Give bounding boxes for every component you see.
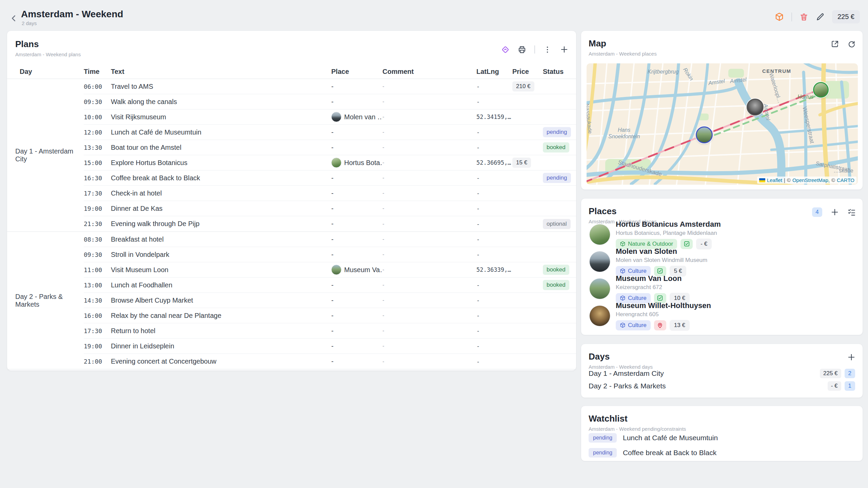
plan-latlng: - (476, 251, 509, 258)
osm-link[interactable]: OpenStreetMap, (792, 177, 830, 183)
map-fullscreen-button[interactable] (831, 40, 839, 48)
place-item[interactable]: Molen van Sloten Molen van Sloten Windmi… (581, 248, 863, 275)
place-item[interactable]: Hortus Botanicus Amsterdam Hortus Botani… (581, 221, 863, 248)
place-photo (589, 224, 610, 245)
plan-place: - (331, 251, 382, 259)
plan-row[interactable]: 16:30 Coffee break at Back to Black - - … (84, 170, 576, 186)
plan-price-cell: 210 € (509, 81, 543, 92)
trip-total-badge: 225 € (832, 10, 860, 23)
plan-row[interactable]: 13:00 Lunch at Foodhallen - - - booked (84, 278, 576, 293)
plan-row[interactable]: 17:30 Check-in at hotel - - - (84, 186, 576, 201)
plan-text: Relax by the canal near De Plantage (111, 312, 331, 320)
plan-row[interactable]: 09:30 Walk along the canals - - - (84, 94, 576, 109)
plan-row[interactable]: 14:30 Browse Albert Cuyp Market - - - (84, 293, 576, 308)
watchlist-row[interactable]: pending Coffee break at Back to Black (581, 445, 863, 460)
plan-comment: - (382, 144, 476, 150)
watchlist-row[interactable]: pending Lunch at Café de Museumtuin (581, 430, 863, 445)
plan-time: 12:00 (84, 129, 111, 136)
package-icon[interactable] (775, 12, 784, 21)
plan-place: - (331, 128, 382, 136)
plan-place: - (331, 312, 382, 320)
plan-time: 16:00 (84, 312, 111, 319)
plan-row[interactable]: 16:00 Relax by the canal near De Plantag… (84, 308, 576, 323)
day-row[interactable]: Day 1 - Amsterdam City 225 € 2 (581, 367, 863, 380)
day-label: Day 1 - Amsterdam City (589, 369, 664, 378)
map-canvas[interactable]: KrijtbergbrugRokinAmstelAmstelCENTRUMWat… (587, 63, 858, 185)
add-day-button[interactable] (847, 353, 856, 362)
place-item[interactable]: Museum Van Loon Keizersgracht 672 Cultur… (581, 275, 863, 302)
plan-row[interactable]: 12:00 Lunch at Café de Museumtuin - - - … (84, 125, 576, 140)
plan-row[interactable]: 19:00 Dinner at De Kas - - - (84, 201, 576, 216)
plan-row[interactable]: 21:30 Evening walk through De Pijp - - -… (84, 216, 576, 231)
plan-time: 19:00 (84, 205, 111, 212)
copyright-symbol: © (831, 177, 835, 183)
more-menu-button[interactable] (543, 45, 552, 54)
plan-row[interactable]: 17:30 Return to hotel - - - (84, 323, 576, 339)
plan-comment: - (382, 99, 476, 105)
route-optimize-button[interactable] (501, 45, 510, 54)
plan-status-cell: booked (543, 265, 576, 275)
plan-latlng: - (476, 83, 509, 90)
day-count-badge: 1 (845, 381, 855, 391)
plans-table-body: Day 1 - Amsterdam City 06:00 Travel to A… (7, 79, 576, 369)
plan-time: 13:30 (84, 144, 111, 151)
plan-comment: - (382, 282, 476, 288)
plan-latlng: - (476, 221, 509, 227)
add-place-button[interactable] (830, 208, 839, 217)
plans-panel: Plans Amsterdam - Weekend plans Day Time… (7, 30, 576, 371)
plan-time: 19:00 (84, 343, 111, 350)
place-photo (589, 305, 610, 326)
place-status-badge[interactable] (654, 320, 666, 330)
place-name: - (331, 83, 334, 90)
plan-row[interactable]: 09:30 Stroll in Vondelpark - - - (84, 247, 576, 262)
day-group-label: Day 1 - Amsterdam City (7, 79, 84, 231)
plan-row[interactable]: 19:00 Dinner in Leidseplein - - - (84, 339, 576, 354)
map-place-marker[interactable] (813, 82, 829, 98)
place-address: Keizersgracht 672 (616, 284, 690, 291)
print-button[interactable] (518, 45, 526, 54)
plan-comment: - (382, 175, 476, 181)
places-list: Hortus Botanicus Amsterdam Hortus Botani… (581, 221, 863, 329)
add-plan-button[interactable] (560, 45, 569, 54)
plan-comment: - (382, 83, 476, 89)
plan-time: 17:30 (84, 327, 111, 334)
col-day: Day (7, 68, 84, 76)
plan-time: 17:30 (84, 190, 111, 197)
plan-text: Visit Rijksmuseum (111, 113, 331, 121)
delete-trip-button[interactable] (800, 13, 808, 21)
check-square-icon (684, 241, 690, 247)
check-square-icon (657, 268, 663, 274)
app-header: Amsterdam - Weekend 2 days 225 € (0, 0, 868, 26)
plan-row[interactable]: 11:00 Visit Museum Loon Museum Va… - 52.… (84, 262, 576, 278)
plan-time: 16:30 (84, 175, 111, 182)
place-name: - (331, 358, 334, 365)
plan-status-cell: pending (543, 173, 576, 183)
day-row[interactable]: Day 2 - Parks & Markets - € 1 (581, 380, 863, 392)
plan-row[interactable]: 06:00 Travel to AMS - - - 210 € (84, 79, 576, 94)
plan-comment: - (382, 236, 476, 242)
plan-row[interactable]: 21:00 Evening concert at Concertgebouw -… (84, 354, 576, 369)
place-name: - (331, 251, 334, 259)
plans-table-header: Day Time Text Place Comment LatLng Price… (7, 65, 576, 79)
leaflet-link[interactable]: Leaflet (767, 177, 782, 183)
map-refresh-button[interactable] (847, 40, 856, 48)
places-list-view-button[interactable] (847, 208, 856, 217)
place-name: - (331, 220, 334, 228)
place-item[interactable]: Museum Willet-Holthuysen Herengracht 605… (581, 302, 863, 329)
edit-trip-button[interactable] (816, 13, 825, 21)
back-button[interactable] (8, 13, 19, 24)
attribution-separator: | (784, 177, 785, 183)
place-name: - (331, 236, 334, 243)
plan-row[interactable]: 15:00 Explore Hortus Botanicus Hortus Bo… (84, 155, 576, 170)
map-label: …skade (833, 168, 853, 174)
map-place-marker[interactable] (696, 126, 713, 143)
plan-latlng: - (476, 358, 509, 365)
place-thumbnail (331, 265, 341, 275)
map-place-marker[interactable] (747, 99, 764, 116)
carto-link[interactable]: CARTO (837, 177, 854, 183)
plan-row[interactable]: 08:30 Breakfast at hotel - - - (84, 232, 576, 247)
plan-row[interactable]: 10:00 Visit Rijksmuseum Molen van … - 52… (84, 109, 576, 125)
plan-row[interactable]: 13:30 Boat tour on the Amstel - - - book… (84, 140, 576, 155)
plan-place: - (331, 174, 382, 182)
plan-text: Lunch at Foodhallen (111, 281, 331, 289)
